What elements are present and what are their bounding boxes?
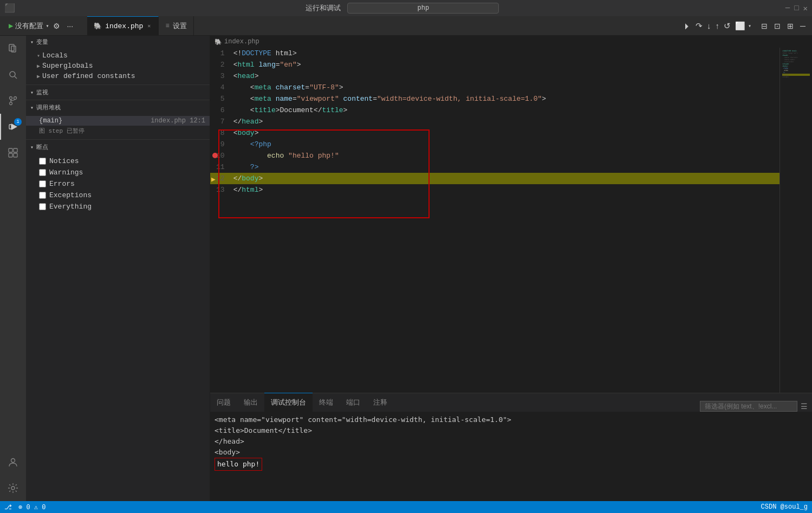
tab-problems[interactable]: 问题 (210, 393, 237, 412)
divider-2 (26, 100, 210, 100)
app-icon: ⬛ (4, 3, 15, 14)
breakpoint-exceptions-label: Exceptions (49, 191, 92, 199)
breakpoint-everything: Everything (26, 201, 210, 212)
side-panel: ▾ 变量 ▾ Locals ▶ Superglobals ▶ User defi… (26, 36, 210, 501)
breakpoints-chevron: ▾ (30, 144, 34, 151)
svg-rect-13 (14, 153, 17, 157)
svg-point-2 (10, 72, 15, 77)
tab-comments[interactable]: 注释 (367, 393, 394, 412)
tab-index-php[interactable]: 🐘 index.php ✕ (87, 16, 159, 35)
settings-tab-icon: ≡ (165, 22, 169, 30)
breakpoint-errors-checkbox[interactable] (39, 180, 46, 187)
more-btn[interactable]: ··· (64, 21, 75, 31)
activity-search[interactable] (0, 62, 26, 88)
line-num-6: 6 (210, 105, 233, 116)
tab-output[interactable]: 输出 (237, 393, 264, 412)
bottom-more-icon[interactable]: ☰ (801, 402, 808, 411)
callstack-section: ▾ 调用堆栈 {main} index.php 12:1 图 step 已暂停 (26, 101, 210, 138)
divider-3 (26, 139, 210, 140)
watch-chevron: ▾ (30, 89, 34, 96)
tab-terminal[interactable]: 终端 (313, 393, 340, 412)
stop-btn[interactable]: ⬜ (733, 20, 747, 32)
status-errors: ⊗ 0 ⚠ 0 (18, 503, 46, 511)
activity-debug[interactable]: 1 (0, 114, 26, 140)
step-over-btn[interactable]: ↷ (694, 20, 704, 32)
maximize-icon[interactable]: □ (794, 4, 798, 12)
debug-output-3: </head> (215, 436, 808, 447)
svg-point-6 (10, 102, 12, 105)
variables-header[interactable]: ▾ 变量 (26, 36, 210, 48)
activity-extensions[interactable] (0, 140, 26, 166)
code-line-11: 11 ?> (210, 161, 779, 173)
callstack-main[interactable]: {main} index.php 12:1 (26, 116, 210, 126)
breakpoint-exceptions-checkbox[interactable] (39, 192, 46, 199)
locals-label: Locals (42, 51, 68, 60)
panel-toggle-2[interactable]: ⊡ (772, 21, 783, 31)
config-name-label: 没有配置 (15, 21, 43, 31)
activity-settings[interactable] (0, 475, 26, 501)
close-icon[interactable]: ✕ (803, 4, 808, 13)
line-num-8: 8 (210, 127, 233, 139)
bottom-filter-input[interactable] (700, 401, 797, 412)
title-bar-left: ⬛ (4, 3, 15, 14)
svg-point-5 (14, 97, 17, 100)
config-dropdown-icon[interactable]: ▾ (46, 23, 49, 29)
user-defined-group[interactable]: ▶ User defined constants (26, 71, 210, 81)
callstack-main-file: index.php 12:1 (151, 117, 205, 125)
gear-btn[interactable]: ⚙ (51, 21, 62, 31)
restart-btn[interactable]: ↺ (722, 20, 732, 32)
activity-account[interactable] (0, 449, 26, 475)
breakpoint-warnings-checkbox[interactable] (39, 169, 46, 176)
breakpoint-exceptions: Exceptions (26, 190, 210, 201)
panel-toggle-1[interactable]: ⊟ (759, 21, 770, 31)
breakpoint-dot-10 (212, 153, 218, 158)
php-file-icon: 🐘 (94, 22, 102, 30)
svg-line-3 (15, 76, 17, 79)
activity-bar: 1 (0, 36, 26, 501)
user-defined-label: User defined constants (42, 72, 135, 80)
variables-label: 变量 (36, 38, 49, 46)
breakpoint-notices-checkbox[interactable] (39, 158, 46, 165)
code-line-2: 2 <html lang="en"> (210, 59, 779, 70)
minimap: <!DOCTYPE html> <html lang="en"> <head> … (779, 48, 812, 393)
superglobals-group[interactable]: ▶ Superglobals (26, 61, 210, 71)
debug-arrow-12: ▶ (211, 174, 216, 185)
line-num-5: 5 (210, 93, 233, 105)
line-content-11: ?> (233, 161, 779, 173)
watch-header[interactable]: ▾ 监视 (26, 86, 210, 99)
breadcrumb-file-icon: 🐘 (215, 38, 222, 46)
step-out-btn[interactable]: ↑ (714, 20, 722, 31)
callstack-header[interactable]: ▾ 调用堆栈 (26, 101, 210, 114)
variables-content: ▾ Locals ▶ Superglobals ▶ User defined c… (26, 48, 210, 83)
panel-toggle-4[interactable]: ─ (798, 21, 808, 31)
activity-explorer[interactable] (0, 36, 26, 62)
breakpoints-header[interactable]: ▾ 断点 (26, 141, 210, 153)
code-line-4: 4 <meta charset="UTF-8"> (210, 82, 779, 93)
callstack-note: 图 step 已暂停 (26, 126, 210, 136)
breadcrumb: 🐘 index.php (210, 36, 812, 48)
tab-close-index-php[interactable]: ✕ (146, 22, 152, 30)
code-line-3: 3 <head> (210, 70, 779, 82)
code-editor[interactable]: 1 <!DOCTYPE html> 2 <html lang="en"> 3 <… (210, 48, 779, 393)
line-num-9: 9 (210, 139, 233, 150)
minimize-icon[interactable]: ─ (785, 4, 790, 12)
tab-ports[interactable]: 端口 (340, 393, 367, 412)
locals-group[interactable]: ▾ Locals (26, 50, 210, 61)
menu-run[interactable]: 运行和调试 (301, 2, 345, 14)
breakpoint-everything-checkbox[interactable] (39, 203, 46, 210)
code-lines: 1 <!DOCTYPE html> 2 <html lang="en"> 3 <… (210, 48, 779, 196)
continue-btn[interactable]: ⏵ (681, 20, 693, 31)
step-into-btn[interactable]: ↓ (705, 20, 713, 31)
run-config[interactable]: ▶ 没有配置 ▾ ⚙ ··· (4, 20, 80, 33)
code-line-13: 13 </html> (210, 184, 779, 196)
stop-dropdown[interactable]: ▾ (748, 23, 751, 29)
panel-toggle-3[interactable]: ⊞ (785, 21, 796, 31)
line-num-2: 2 (210, 59, 233, 70)
breakpoint-errors-label: Errors (49, 180, 75, 188)
title-search-bar[interactable]: php (347, 3, 499, 14)
activity-scm[interactable] (0, 88, 26, 114)
tab-debug-console[interactable]: 调试控制台 (264, 393, 313, 412)
tab-settings[interactable]: ≡ 设置 (159, 16, 193, 35)
breakpoint-warnings: Warnings (26, 167, 210, 178)
breakpoint-notices-label: Notices (49, 157, 79, 165)
